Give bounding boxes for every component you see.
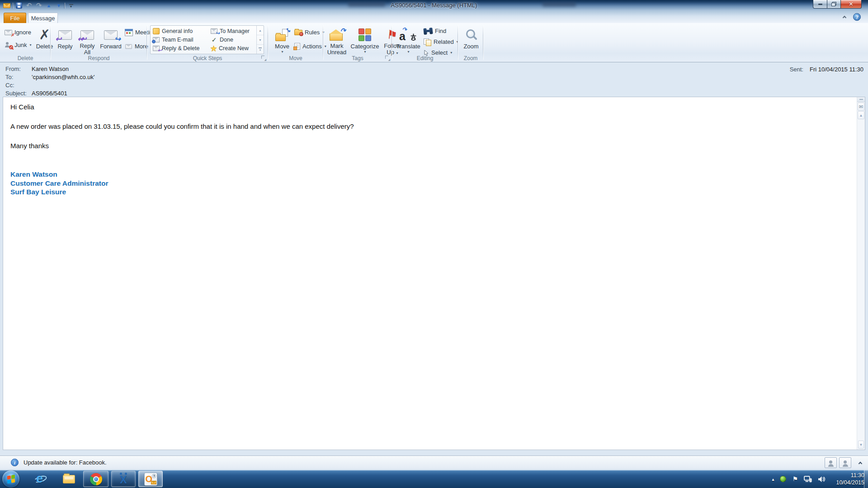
group-label-quick-steps: Quick Steps: [147, 55, 268, 61]
quick-steps-scrollbar: ▲ ▼ ▾: [256, 26, 264, 54]
ribbon-group-quick-steps: General info Team E-mail ↩ Reply & Delet…: [147, 23, 268, 62]
minimize-icon: [818, 4, 822, 5]
person-x-icon: X: [117, 473, 130, 485]
start-button[interactable]: [2, 470, 19, 488]
team-email-icon: [153, 37, 160, 42]
quick-steps-gallery: General info Team E-mail ↩ Reply & Delet…: [150, 25, 264, 54]
quick-step-create-new[interactable]: Create New: [208, 44, 256, 53]
titlebar: ↶ ↷ ▲ ▼ ▾ AS9056/5401 - Message (HTML) ✕…: [0, 0, 868, 23]
person-icon: [843, 464, 848, 467]
chrome-icon: [90, 473, 102, 485]
signature-title: Customer Care Administrator: [10, 179, 845, 188]
splitter-handle[interactable]: [857, 97, 865, 102]
to-value[interactable]: 'cparkinson@whh.co.uk': [32, 74, 95, 80]
tab-message[interactable]: Message: [28, 13, 58, 23]
group-label-tags: Tags: [323, 55, 392, 61]
actions-icon: [294, 43, 300, 50]
volume-icon[interactable]: [818, 476, 826, 483]
taskbar-item-file-explorer[interactable]: [56, 471, 81, 487]
from-row: From: Karen Watson: [0, 66, 69, 72]
quick-step-team-email[interactable]: Team E-mail: [151, 35, 208, 44]
to-row: To: 'cparkinson@whh.co.uk': [0, 74, 95, 80]
from-value[interactable]: Karen Watson: [32, 66, 69, 72]
dialog-launcher-icon[interactable]: [261, 56, 266, 61]
related-icon: [424, 38, 431, 45]
subject-label: Subject:: [5, 90, 32, 97]
minimize-button[interactable]: [813, 0, 827, 9]
quick-step-general-info[interactable]: General info: [151, 27, 208, 35]
reply-button[interactable]: ↩ Reply: [54, 25, 76, 50]
taskbar-clock[interactable]: 11:30 10/04/2015: [836, 472, 864, 486]
close-button[interactable]: ✕: [841, 0, 862, 9]
message-text[interactable]: Hi Celia A new order was placed on 31.03…: [10, 103, 845, 197]
note-icon: [153, 28, 160, 34]
outlook-icon: O: [144, 473, 157, 486]
dialog-launcher-icon[interactable]: [385, 56, 390, 61]
categorize-button[interactable]: Categorize ▾: [349, 25, 381, 54]
signature-name: Karen Watson: [10, 170, 845, 179]
zoom-button[interactable]: Zoom: [461, 25, 481, 50]
vertical-scrollbar[interactable]: ✉ ▲ ▼: [857, 97, 865, 450]
scroll-up-button[interactable]: ▲: [858, 111, 864, 119]
chevron-down-icon: ▾: [281, 50, 283, 54]
chevron-down-icon: ▾: [450, 51, 452, 55]
actions-button[interactable]: Actions ▾: [293, 42, 328, 51]
system-tray: ▴ ⚑: [772, 470, 826, 488]
taskbar-item-chrome[interactable]: [83, 471, 108, 487]
scroll-down-button[interactable]: ▼: [858, 441, 864, 449]
paragraph: A new order was placed on 31.03.15, plea…: [10, 122, 845, 131]
network-icon[interactable]: [804, 476, 812, 483]
clock-date: 10/04/2015: [836, 479, 864, 486]
meeting-icon: [125, 29, 133, 36]
ribbon-controls: ?: [840, 13, 861, 21]
rules-button[interactable]: Rules ▾: [293, 28, 328, 37]
windows-logo-icon: [7, 474, 15, 483]
mark-unread-icon: ↷: [329, 29, 344, 41]
tray-status-icon[interactable]: [780, 476, 786, 482]
tab-file[interactable]: File: [4, 13, 26, 23]
group-label-respond: Respond: [51, 55, 147, 61]
ribbon-group-move: ↪ Move ▾ Rules ▾ Actions ▾: [268, 23, 323, 62]
message-body: Hi Celia A new order was placed on 31.03…: [3, 97, 865, 450]
sent-row: Sent: Fri 10/04/2015 11:30: [790, 66, 863, 73]
subject-value: AS9056/5401: [32, 90, 67, 97]
related-button[interactable]: Related ▾: [422, 37, 460, 47]
junk-icon: [5, 42, 12, 48]
people-pane-avatar[interactable]: [825, 457, 837, 468]
taskbar-item-outlook[interactable]: O: [138, 471, 163, 487]
restore-button[interactable]: [827, 0, 841, 9]
people-pane-collapse-button[interactable]: [856, 459, 864, 467]
browse-object-button[interactable]: ✉: [858, 103, 864, 111]
mark-unread-button[interactable]: ↷ MarkUnread: [325, 25, 349, 56]
chevron-down-icon: ▾: [407, 50, 409, 54]
help-button[interactable]: ?: [853, 13, 861, 21]
taskbar-item-internet-explorer[interactable]: e: [28, 471, 53, 487]
reply-all-button[interactable]: ↩↩ ReplyAll: [76, 25, 98, 56]
show-hidden-icons-button[interactable]: ▴: [772, 477, 774, 482]
envelope-icon: ✉: [859, 104, 863, 110]
chevron-down-icon: ▾: [364, 50, 366, 54]
sent-value: Fri 10/04/2015 11:30: [810, 66, 863, 73]
junk-button[interactable]: Junk ▾: [3, 40, 33, 50]
status-message[interactable]: Update available for: Facebook.: [24, 459, 107, 466]
ignore-button[interactable]: ✗ Ignore: [3, 28, 33, 37]
minimize-ribbon-button[interactable]: [840, 14, 849, 20]
find-button[interactable]: Find: [422, 26, 460, 36]
translate-button[interactable]: a ↷ Translate ▾: [394, 25, 422, 54]
gallery-more-button[interactable]: ▾: [257, 45, 264, 54]
action-center-flag-icon[interactable]: ⚑: [792, 476, 798, 482]
gallery-scroll-up[interactable]: ▲: [257, 26, 264, 35]
closing: Many thanks: [10, 142, 845, 150]
quick-step-done[interactable]: ✓ Done: [208, 35, 256, 44]
quick-step-reply-delete[interactable]: ↩ Reply & Delete: [151, 44, 208, 53]
gallery-scroll-down[interactable]: ▼: [257, 35, 264, 45]
window-controls: ✕: [813, 0, 862, 9]
rules-icon: [294, 30, 302, 35]
move-button[interactable]: ↪ Move ▾: [271, 25, 293, 54]
move-icon: ↪: [275, 29, 289, 41]
people-pane-avatar[interactable]: [839, 457, 851, 468]
quick-step-to-manager[interactable]: ↪ To Manager: [208, 27, 256, 35]
forward-button[interactable]: ↪ Forward: [98, 25, 123, 50]
show-desktop-button[interactable]: [864, 470, 868, 488]
taskbar-item-app[interactable]: X: [111, 471, 136, 487]
